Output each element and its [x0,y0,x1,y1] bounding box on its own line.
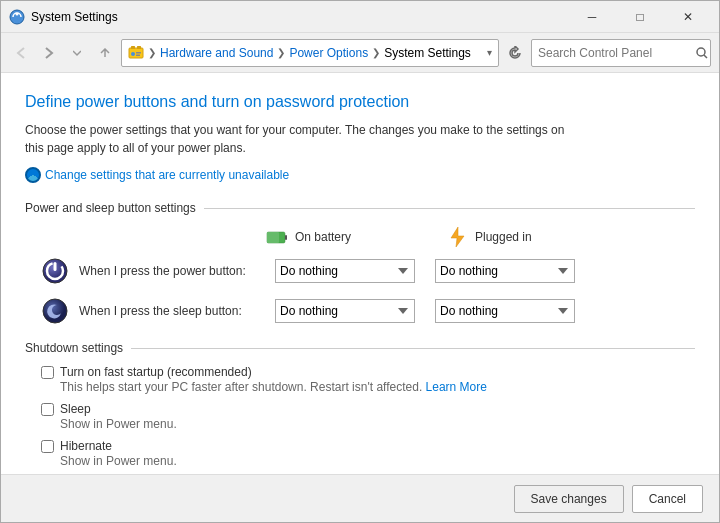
power-button-row: When I press the power button: Do nothin… [25,257,695,285]
address-bar: ❯ Hardware and Sound ❯ Power Options ❯ S… [1,33,719,73]
sleep-button-row: When I press the sleep button: Do nothin… [25,297,695,325]
sleep-row: Sleep [41,402,695,416]
sleep-item: Sleep Show in Power menu. [25,402,695,431]
window-controls: ─ □ ✕ [569,1,711,33]
breadcrumb-arrow-3: ❯ [372,47,380,58]
sleep-plugged-in-dropdown[interactable]: Do nothing Sleep Hibernate Shut down Tur… [435,299,575,323]
column-headers: On battery Plugged in [25,225,695,249]
svg-point-16 [43,299,67,323]
svg-point-5 [131,52,135,56]
maximize-button[interactable]: □ [617,1,663,33]
svg-point-0 [10,10,24,24]
power-sleep-section: Power and sleep button settings On batte… [25,201,695,325]
sleep-on-battery-dropdown[interactable]: Do nothing Sleep Hibernate Shut down Tur… [275,299,415,323]
hibernate-label: Hibernate [60,439,112,453]
shutdown-header: Shutdown settings [25,341,695,355]
title-bar: System Settings ─ □ ✕ [1,1,719,33]
power-on-battery-dropdown[interactable]: Do nothing Sleep Hibernate Shut down Tur… [275,259,415,283]
fast-startup-sublabel: This helps start your PC faster after sh… [41,380,695,394]
power-button-icon [41,257,69,285]
breadcrumb-icon [128,45,144,61]
window-title: System Settings [31,10,569,24]
breadcrumb-hardware[interactable]: Hardware and Sound [160,46,273,60]
sleep-sublabel: Show in Power menu. [41,417,695,431]
recent-locations-button[interactable] [65,41,89,65]
cancel-button[interactable]: Cancel [632,485,703,513]
power-sleep-header: Power and sleep button settings [25,201,695,215]
breadcrumb-dropdown-button[interactable]: ▾ [487,47,492,58]
svg-line-9 [704,55,707,58]
shutdown-section: Shutdown settings Turn on fast startup (… [25,341,695,474]
svg-point-1 [16,12,19,15]
up-button[interactable] [93,41,117,65]
svg-rect-6 [136,52,141,54]
power-plugged-in-dropdown[interactable]: Do nothing Sleep Hibernate Shut down Tur… [435,259,575,283]
fast-startup-row: Turn on fast startup (recommended) [41,365,695,379]
svg-rect-11 [267,232,279,243]
fast-startup-item: Turn on fast startup (recommended) This … [25,365,695,394]
fast-startup-label: Turn on fast startup (recommended) [60,365,252,379]
footer: Save changes Cancel [1,474,719,522]
fast-startup-checkbox[interactable] [41,366,54,379]
svg-point-8 [697,48,705,56]
page-description: Choose the power settings that you want … [25,121,585,157]
hibernate-item: Hibernate Show in Power menu. [25,439,695,468]
power-button-label: When I press the power button: [79,264,275,278]
minimize-button[interactable]: ─ [569,1,615,33]
hibernate-row: Hibernate [41,439,695,453]
breadcrumb-arrow-1: ❯ [148,47,156,58]
hibernate-checkbox[interactable] [41,440,54,453]
breadcrumb-current: System Settings [384,46,471,60]
search-button[interactable] [694,40,710,66]
sleep-button-label: When I press the sleep button: [79,304,275,318]
on-battery-label: On battery [295,230,351,244]
search-box [531,39,711,67]
content-area: Define power buttons and turn on passwor… [1,73,719,474]
learn-more-link[interactable]: Learn More [426,380,487,394]
search-input[interactable] [532,46,694,60]
settings-link-text[interactable]: Change settings that are currently unava… [45,168,289,182]
refresh-button[interactable] [503,41,527,65]
window-icon [9,9,25,25]
settings-link-row[interactable]: Change settings that are currently unava… [25,167,695,183]
back-button[interactable] [9,41,33,65]
plugged-in-icon [445,225,469,249]
svg-rect-7 [136,54,140,56]
breadcrumb-arrow-2: ❯ [277,47,285,58]
svg-rect-3 [131,46,135,49]
save-changes-button[interactable]: Save changes [514,485,624,513]
battery-icon [265,225,289,249]
sleep-checkbox[interactable] [41,403,54,416]
hibernate-sublabel: Show in Power menu. [41,454,695,468]
svg-rect-15 [54,262,57,271]
sleep-button-icon [41,297,69,325]
plugged-in-column: Plugged in [445,225,605,249]
sleep-label: Sleep [60,402,91,416]
system-settings-window: System Settings ─ □ ✕ [0,0,720,523]
page-title: Define power buttons and turn on passwor… [25,93,695,111]
plugged-in-label: Plugged in [475,230,532,244]
settings-link-icon [25,167,41,183]
breadcrumb-bar: ❯ Hardware and Sound ❯ Power Options ❯ S… [121,39,499,67]
on-battery-column: On battery [265,225,425,249]
forward-button[interactable] [37,41,61,65]
svg-rect-4 [137,46,141,49]
close-button[interactable]: ✕ [665,1,711,33]
breadcrumb-power[interactable]: Power Options [289,46,368,60]
svg-rect-12 [285,235,287,240]
